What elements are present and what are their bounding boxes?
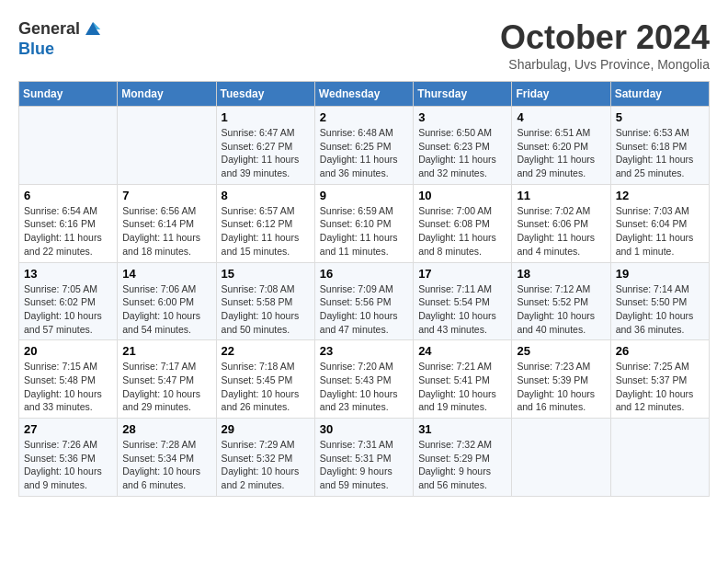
calendar-cell: 2Sunrise: 6:48 AM Sunset: 6:25 PM Daylig… [314, 107, 413, 185]
day-number: 6 [24, 189, 112, 202]
day-info: Sunrise: 7:26 AM Sunset: 5:36 PM Dayligh… [24, 438, 112, 492]
day-info: Sunrise: 6:59 AM Sunset: 6:10 PM Dayligh… [320, 204, 408, 259]
day-number: 20 [24, 344, 112, 358]
day-info: Sunrise: 7:17 AM Sunset: 5:47 PM Dayligh… [122, 360, 210, 414]
day-info: Sunrise: 7:23 AM Sunset: 5:39 PM Dayligh… [517, 360, 605, 414]
calendar-cell: 10Sunrise: 7:00 AM Sunset: 6:08 PM Dayli… [414, 184, 512, 262]
day-number: 27 [24, 422, 112, 436]
day-number: 13 [24, 267, 112, 281]
header-wednesday: Wednesday [314, 82, 413, 107]
calendar-cell: 19Sunrise: 7:14 AM Sunset: 5:50 PM Dayli… [610, 262, 709, 340]
calendar-cell: 1Sunrise: 6:47 AM Sunset: 6:27 PM Daylig… [216, 107, 314, 185]
logo-general: General [18, 20, 80, 39]
day-info: Sunrise: 6:48 AM Sunset: 6:25 PM Dayligh… [320, 126, 408, 180]
calendar-cell: 3Sunrise: 6:50 AM Sunset: 6:23 PM Daylig… [414, 107, 512, 185]
day-number: 3 [418, 110, 506, 124]
calendar-week-1: 1Sunrise: 6:47 AM Sunset: 6:27 PM Daylig… [19, 107, 710, 185]
calendar-week-2: 6Sunrise: 6:54 AM Sunset: 6:16 PM Daylig… [19, 184, 710, 262]
calendar-cell: 18Sunrise: 7:12 AM Sunset: 5:52 PM Dayli… [512, 262, 610, 340]
day-info: Sunrise: 7:03 AM Sunset: 6:04 PM Dayligh… [616, 204, 704, 259]
calendar-week-4: 20Sunrise: 7:15 AM Sunset: 5:48 PM Dayli… [19, 340, 710, 419]
day-number: 10 [418, 189, 506, 202]
day-info: Sunrise: 7:11 AM Sunset: 5:54 PM Dayligh… [418, 282, 506, 337]
day-number: 4 [517, 110, 605, 124]
day-info: Sunrise: 6:54 AM Sunset: 6:16 PM Dayligh… [24, 204, 112, 259]
day-number: 30 [320, 422, 408, 436]
day-info: Sunrise: 7:29 AM Sunset: 5:32 PM Dayligh… [222, 438, 310, 492]
day-info: Sunrise: 7:20 AM Sunset: 5:43 PM Dayligh… [320, 360, 408, 414]
day-info: Sunrise: 7:08 AM Sunset: 5:58 PM Dayligh… [222, 282, 310, 337]
weekday-header-row: Sunday Monday Tuesday Wednesday Thursday… [19, 82, 710, 107]
day-number: 12 [616, 189, 704, 202]
calendar-cell [19, 107, 118, 185]
day-number: 22 [222, 344, 310, 358]
calendar-cell: 5Sunrise: 6:53 AM Sunset: 6:18 PM Daylig… [610, 107, 709, 185]
calendar-cell: 8Sunrise: 6:57 AM Sunset: 6:12 PM Daylig… [216, 184, 314, 262]
header-friday: Friday [512, 82, 610, 107]
day-info: Sunrise: 7:12 AM Sunset: 5:52 PM Dayligh… [517, 282, 605, 337]
calendar-cell: 24Sunrise: 7:21 AM Sunset: 5:41 PM Dayli… [414, 340, 512, 419]
day-number: 11 [517, 189, 605, 202]
day-info: Sunrise: 7:06 AM Sunset: 6:00 PM Dayligh… [122, 282, 210, 337]
day-number: 21 [122, 344, 210, 358]
day-info: Sunrise: 7:25 AM Sunset: 5:37 PM Dayligh… [616, 360, 704, 414]
calendar-cell: 21Sunrise: 7:17 AM Sunset: 5:47 PM Dayli… [118, 340, 216, 419]
day-number: 14 [122, 267, 210, 281]
calendar-table: Sunday Monday Tuesday Wednesday Thursday… [18, 81, 710, 497]
calendar-cell: 30Sunrise: 7:31 AM Sunset: 5:31 PM Dayli… [314, 419, 413, 497]
day-info: Sunrise: 7:14 AM Sunset: 5:50 PM Dayligh… [616, 282, 704, 337]
day-info: Sunrise: 6:57 AM Sunset: 6:12 PM Dayligh… [222, 204, 310, 259]
day-info: Sunrise: 6:56 AM Sunset: 6:14 PM Dayligh… [122, 204, 210, 259]
calendar-cell: 9Sunrise: 6:59 AM Sunset: 6:10 PM Daylig… [314, 184, 413, 262]
day-info: Sunrise: 7:32 AM Sunset: 5:29 PM Dayligh… [418, 438, 506, 492]
header-saturday: Saturday [610, 82, 709, 107]
calendar-cell: 6Sunrise: 6:54 AM Sunset: 6:16 PM Daylig… [19, 184, 118, 262]
calendar-week-3: 13Sunrise: 7:05 AM Sunset: 6:02 PM Dayli… [19, 262, 710, 340]
day-number: 15 [222, 267, 310, 281]
logo-blue: Blue [18, 40, 104, 59]
day-number: 29 [222, 422, 310, 436]
calendar-cell: 14Sunrise: 7:06 AM Sunset: 6:00 PM Dayli… [118, 262, 216, 340]
day-number: 19 [616, 267, 704, 281]
calendar-cell: 29Sunrise: 7:29 AM Sunset: 5:32 PM Dayli… [216, 419, 314, 497]
day-number: 8 [222, 189, 310, 202]
calendar-cell: 31Sunrise: 7:32 AM Sunset: 5:29 PM Dayli… [414, 419, 512, 497]
day-number: 16 [320, 267, 408, 281]
day-number: 2 [320, 110, 408, 124]
calendar-cell: 12Sunrise: 7:03 AM Sunset: 6:04 PM Dayli… [610, 184, 709, 262]
calendar-cell: 25Sunrise: 7:23 AM Sunset: 5:39 PM Dayli… [512, 340, 610, 419]
calendar-week-5: 27Sunrise: 7:26 AM Sunset: 5:36 PM Dayli… [19, 419, 710, 497]
day-info: Sunrise: 7:09 AM Sunset: 5:56 PM Dayligh… [320, 282, 408, 337]
title-section: October 2024 Sharbulag, Uvs Province, Mo… [500, 18, 710, 72]
calendar-cell: 17Sunrise: 7:11 AM Sunset: 5:54 PM Dayli… [414, 262, 512, 340]
day-info: Sunrise: 7:18 AM Sunset: 5:45 PM Dayligh… [222, 360, 310, 414]
calendar-cell: 27Sunrise: 7:26 AM Sunset: 5:36 PM Dayli… [19, 419, 118, 497]
day-number: 17 [418, 267, 506, 281]
calendar-cell: 22Sunrise: 7:18 AM Sunset: 5:45 PM Dayli… [216, 340, 314, 419]
header-thursday: Thursday [414, 82, 512, 107]
day-info: Sunrise: 7:00 AM Sunset: 6:08 PM Dayligh… [418, 204, 506, 259]
day-number: 5 [616, 110, 704, 124]
calendar-cell: 7Sunrise: 6:56 AM Sunset: 6:14 PM Daylig… [118, 184, 216, 262]
month-title: October 2024 [500, 18, 710, 57]
calendar-cell [118, 107, 216, 185]
day-info: Sunrise: 6:53 AM Sunset: 6:18 PM Dayligh… [616, 126, 704, 180]
header-monday: Monday [118, 82, 216, 107]
day-number: 1 [222, 110, 310, 124]
day-info: Sunrise: 7:05 AM Sunset: 6:02 PM Dayligh… [24, 282, 112, 337]
calendar-cell: 28Sunrise: 7:28 AM Sunset: 5:34 PM Dayli… [118, 419, 216, 497]
day-info: Sunrise: 7:21 AM Sunset: 5:41 PM Dayligh… [418, 360, 506, 414]
calendar-cell: 20Sunrise: 7:15 AM Sunset: 5:48 PM Dayli… [19, 340, 118, 419]
day-number: 24 [418, 344, 506, 358]
day-info: Sunrise: 6:51 AM Sunset: 6:20 PM Dayligh… [517, 126, 605, 180]
day-number: 25 [517, 344, 605, 358]
calendar-cell: 16Sunrise: 7:09 AM Sunset: 5:56 PM Dayli… [314, 262, 413, 340]
day-info: Sunrise: 6:50 AM Sunset: 6:23 PM Dayligh… [418, 126, 506, 180]
day-info: Sunrise: 7:28 AM Sunset: 5:34 PM Dayligh… [122, 438, 210, 492]
logo: General Blue [18, 18, 104, 59]
logo-icon [82, 18, 104, 40]
calendar-cell: 11Sunrise: 7:02 AM Sunset: 6:06 PM Dayli… [512, 184, 610, 262]
calendar-cell: 4Sunrise: 6:51 AM Sunset: 6:20 PM Daylig… [512, 107, 610, 185]
day-number: 18 [517, 267, 605, 281]
calendar-cell: 23Sunrise: 7:20 AM Sunset: 5:43 PM Dayli… [314, 340, 413, 419]
